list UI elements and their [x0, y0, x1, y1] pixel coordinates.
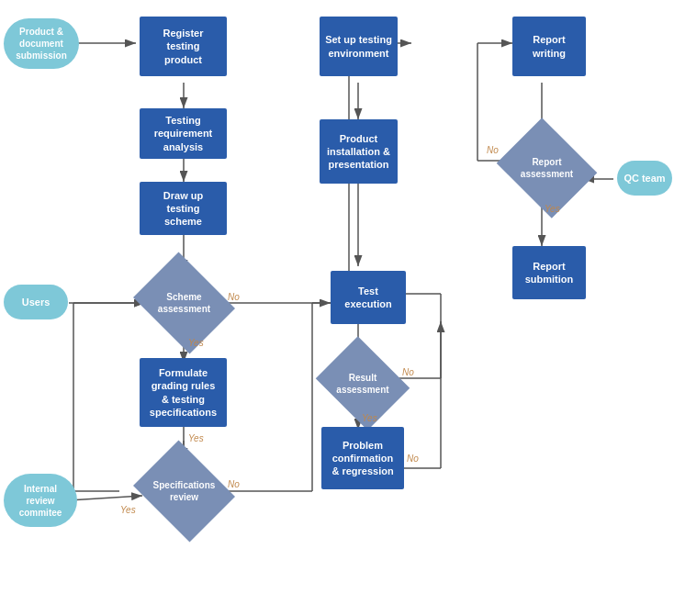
yes-label-report: Yes — [545, 204, 560, 214]
problem-confirm-rect: Problem confirmation & regression — [321, 427, 404, 489]
qc-team-label: QC team — [623, 172, 665, 185]
specifications-review-diamond: Specifications review — [144, 459, 224, 523]
report-writing-rect: Report writing — [512, 17, 586, 76]
no-label-spec: No — [228, 479, 240, 489]
draw-up-rect: Draw up testing scheme — [140, 182, 227, 235]
internal-review-label: Internal review commitee — [19, 483, 62, 519]
yes-label-spec: Yes — [120, 505, 136, 515]
no-label-report-assessment: No — [487, 145, 499, 155]
problem-confirm-label: Problem confirmation & regression — [331, 439, 393, 478]
draw-up-label: Draw up testing scheme — [163, 189, 203, 229]
report-assessment-diamond: Report assessment — [508, 136, 586, 200]
register-label: Register testing product — [163, 27, 203, 66]
result-assessment-diamond: Result assessment — [326, 353, 399, 413]
result-assessment-label: Result assessment — [332, 368, 392, 399]
scheme-assessment-label: Scheme assessment — [154, 287, 214, 319]
users-pill: Users — [4, 285, 68, 319]
report-submission-label: Report submition — [525, 260, 574, 286]
report-writing-label: Report writing — [533, 33, 566, 60]
qc-team-pill: QC team — [617, 161, 672, 196]
svg-line-11 — [69, 496, 142, 500]
set-up-label: Set up testing environment — [325, 33, 392, 60]
yes-label-result: Yes — [362, 413, 377, 423]
product-doc-pill: Product & document submission — [4, 18, 79, 69]
users-label: Users — [22, 296, 51, 308]
testing-req-label: Testing requirement analysis — [154, 114, 213, 153]
set-up-rect: Set up testing environment — [320, 17, 398, 76]
yes-label-formulate: Yes — [188, 433, 204, 443]
test-execution-label: Test execution — [344, 285, 391, 311]
flowchart: Product & document submission Users Inte… — [0, 0, 674, 616]
spec-review-label: Specifications review — [150, 476, 219, 507]
report-submission-rect: Report submition — [512, 246, 586, 299]
no-label-problem: No — [407, 454, 419, 464]
formulate-label: Formulate grading rules & testing specif… — [150, 366, 217, 419]
scheme-assessment-diamond: Scheme assessment — [144, 271, 224, 335]
report-assessment-label: Report assessment — [517, 152, 577, 184]
register-rect: Register testing product — [140, 17, 227, 76]
product-install-rect: Product installation & presentation — [320, 119, 398, 184]
testing-req-rect: Testing requirement analysis — [140, 108, 227, 159]
product-install-label: Product installation & presentation — [327, 132, 390, 172]
test-execution-rect: Test execution — [331, 271, 406, 324]
internal-review-pill: Internal review commitee — [4, 474, 77, 527]
no-label-result: No — [402, 367, 414, 377]
no-label-scheme: No — [228, 292, 240, 302]
product-doc-label: Product & document submission — [16, 26, 67, 62]
yes-label-scheme: Yes — [188, 338, 204, 348]
formulate-rect: Formulate grading rules & testing specif… — [140, 358, 227, 427]
